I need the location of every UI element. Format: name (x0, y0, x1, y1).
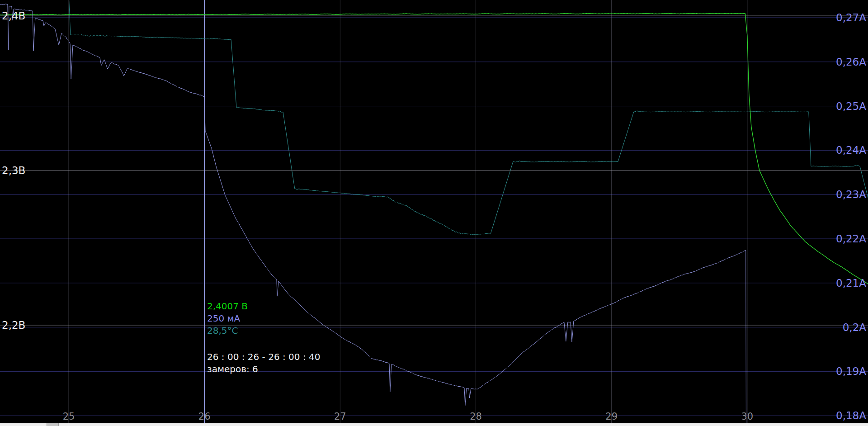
right-axis-label: 0,19A (836, 365, 866, 377)
right-axis-label: 0,23A (836, 189, 866, 200)
horizontal-scrollbar-thumb[interactable] (47, 423, 59, 426)
right-axis-label: 0,26A (836, 56, 866, 68)
x-axis-label: 27 (334, 411, 346, 422)
right-axis-label: 0,18A (836, 410, 866, 421)
chart-stage: 2,4В2,3В2,2В0,27A0,26A0,25A0,24A0,23A0,2… (0, 0, 868, 426)
left-axis-label: 2,4В (2, 10, 25, 22)
horizontal-scrollbar-track[interactable] (0, 423, 868, 426)
series-voltage (0, 13, 868, 284)
right-axis-label: 0,25A (836, 100, 866, 112)
series-current (0, 4, 746, 423)
right-axis-label: 0,21A (836, 277, 866, 289)
right-axis-label: 0,24A (836, 144, 866, 156)
series-temperature (0, 0, 868, 235)
x-axis-label: 29 (605, 411, 618, 422)
left-axis-label: 2,3В (2, 165, 25, 176)
chart-plot[interactable]: 2,4В2,3В2,2В0,27A0,26A0,25A0,24A0,23A0,2… (0, 0, 868, 426)
right-axis-label: 0,22A (836, 233, 866, 245)
left-axis-label: 2,2В (2, 319, 25, 331)
right-axis-label: 0,27A (836, 12, 866, 24)
x-axis-label: 25 (63, 411, 75, 422)
x-axis-label: 28 (470, 411, 482, 422)
x-axis-label: 26 (198, 411, 211, 422)
right-axis-label: 0,2A (843, 322, 867, 333)
x-axis-label: 30 (741, 411, 753, 422)
